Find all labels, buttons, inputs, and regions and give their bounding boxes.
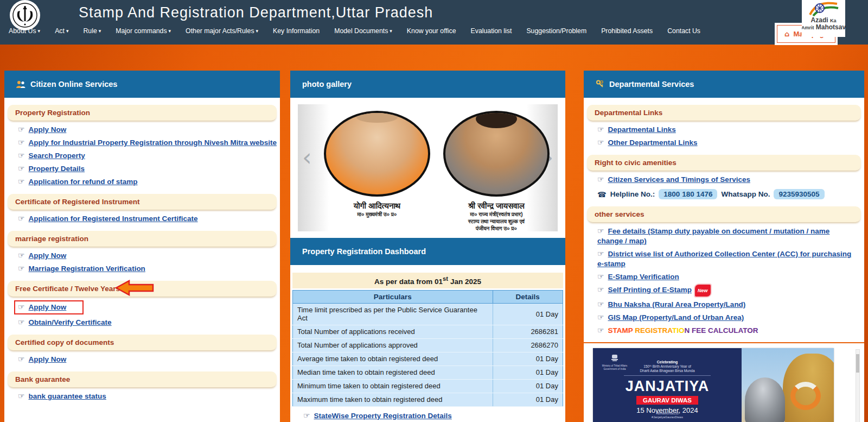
table-row: Average time taken to obtain registered … — [293, 352, 563, 366]
link-statewise-property-registration-details[interactable]: ☞StateWise Property Registration Details — [303, 411, 565, 420]
link-obtain-verify-certificate[interactable]: ☞Obtain/Verify Certificate — [18, 317, 280, 327]
pointer-icon: ☞ — [18, 177, 25, 186]
link-estamp-verification[interactable]: ☞E-Stamp Verification — [597, 272, 864, 282]
nav-rule[interactable]: Rule▾ — [83, 27, 101, 35]
pointer-icon: ☞ — [18, 355, 25, 363]
chevron-down-icon: ▾ — [66, 28, 69, 34]
nav-act[interactable]: Act▾ — [55, 27, 68, 35]
link-apply-now-free-certificate[interactable]: ☞Apply Now — [18, 300, 280, 314]
chevron-down-icon: ▾ — [99, 28, 101, 34]
section-certificate-registered-instrument: Certificate of Registered Instrument — [8, 194, 277, 210]
banner-zone: Ministry of Tribal Affairs Government of… — [584, 348, 864, 422]
banner-title: JANJATIYA — [593, 378, 742, 395]
pointer-icon: ☞ — [18, 214, 25, 223]
link-gis-map[interactable]: ☞GIS Map (Property/Land of Urban Area) — [597, 312, 864, 323]
chevron-down-icon: ▾ — [390, 28, 392, 34]
citizen-online-services-panel: Citizen Online Services Property Registr… — [4, 71, 280, 422]
nav-know-your-office[interactable]: Know your office — [407, 27, 456, 35]
up-emblem-icon — [12, 3, 37, 28]
link-stamp-registration-fee-calculator[interactable]: ☞STAMP REGISTRATION FEE CALCULATOR — [597, 325, 864, 336]
azadi-flag-icon — [808, 1, 839, 17]
link-apply-now-property[interactable]: ☞Apply Now — [18, 124, 280, 135]
pointer-icon: ☞ — [18, 264, 25, 273]
section-free-certificate-twelve-years: Free Certificate / Twelve Years — [8, 281, 277, 297]
link-search-property[interactable]: ☞Search Property — [18, 150, 280, 161]
nav-other-acts-rules[interactable]: Other major Acts/Rules▾ — [186, 27, 258, 35]
table-row: Maximum time taken to obtain registered … — [293, 393, 563, 406]
link-citizen-services-timings[interactable]: ☞Citizen Services and Timings of Service… — [597, 174, 864, 185]
link-district-wise-acc-list[interactable]: ☞District wise list of Authorized Collec… — [597, 249, 857, 269]
link-self-printing-estamp[interactable]: ☞Self Printing of E-StampNew — [597, 285, 864, 297]
helpline-row: ☎ Helpline No.: 1800 180 1476 Whatsapp N… — [597, 189, 864, 199]
phone-icon: ☎ — [597, 190, 607, 199]
ministry-emblem: Ministry of Tribal Affairs Government of… — [598, 354, 631, 370]
link-property-details[interactable]: ☞Property Details — [18, 163, 280, 174]
helpline-label: Helpline No.: — [610, 190, 655, 198]
scrollbar-thumb[interactable] — [856, 354, 859, 373]
banner-scrollbar[interactable] — [856, 349, 860, 422]
azadi-amrit-mahotsav-logo: Azadi Ka Amrit Mahotsav — [802, 0, 845, 37]
caption-yogi-adityanath: योगी आदित्यनाथ मा० मुख्यमंत्री उ० प्र० — [320, 201, 435, 218]
helpline-number-badge: 1800 180 1476 — [659, 189, 717, 199]
panel-title: Citizen Online Services — [30, 80, 117, 89]
table-row: Total Number of applications received268… — [293, 325, 563, 338]
pointer-icon: ☞ — [18, 151, 25, 160]
table-row: Median time taken to obtain registered d… — [293, 366, 563, 379]
pointer-icon: ☞ — [18, 392, 25, 400]
pointer-icon: ☞ — [597, 125, 604, 134]
photo-gallery-carousel: ‹ › योगी आदित्यनाथ मा० मुख्यमंत्री उ० प्… — [298, 104, 558, 231]
nav-evaluation-list[interactable]: Evaluation list — [471, 27, 512, 35]
nav-suggestion-problem[interactable]: Suggestion/Problem — [526, 27, 586, 35]
nav-model-documents[interactable]: Model Documents▾ — [334, 27, 392, 35]
pointer-icon: ☞ — [18, 251, 25, 260]
link-fee-details[interactable]: ☞Fee details (Stamp duty payable on docu… — [597, 226, 857, 246]
table-row: Time limit prescribed as per the Public … — [293, 303, 563, 325]
nav-prohibited-assets[interactable]: Prohibited Assets — [601, 27, 653, 35]
section-marriage-registration: marriage registration — [8, 231, 277, 247]
chevron-down-icon: ▾ — [256, 28, 259, 34]
pointer-icon: ☞ — [18, 164, 25, 173]
chevron-down-icon: ▾ — [169, 28, 171, 34]
annotation-arrow-icon — [115, 280, 154, 296]
panel-title: photo gallery — [302, 80, 352, 89]
photo-gallery-header: photo gallery — [290, 71, 565, 98]
property-registration-dashboard-header: Property Registration Dashboard — [290, 238, 565, 265]
chevron-down-icon: ▾ — [38, 28, 41, 34]
nav-about-us[interactable]: About Us▾ — [9, 27, 40, 35]
nav-contact-us[interactable]: Contact Us — [667, 27, 700, 35]
link-application-refund-stamp[interactable]: ☞Application for refund of stamp — [18, 177, 280, 187]
pointer-icon: ☞ — [18, 303, 25, 311]
pointer-icon: ☞ — [597, 249, 604, 258]
citizens-icon — [16, 80, 25, 89]
link-marriage-registration-verification[interactable]: ☞Marriage Registration Verification — [18, 263, 280, 274]
pm-modi-image — [745, 377, 785, 422]
dashboard-table: As per data from 01st Jan 2025 Particula… — [292, 273, 563, 407]
pointer-icon: ☞ — [597, 272, 604, 281]
link-apply-now-certified-copy[interactable]: ☞Apply Now — [18, 354, 280, 364]
column-header-particulars: Particulars — [293, 290, 493, 303]
section-other-services: other services — [587, 206, 861, 222]
pointer-icon: ☞ — [597, 175, 604, 184]
link-apply-now-marriage[interactable]: ☞Apply Now — [18, 250, 280, 261]
column-header-details: Details — [493, 290, 563, 303]
pointer-icon: ☞ — [18, 138, 25, 147]
banner-photo — [742, 348, 834, 422]
carousel-previous-button[interactable]: ‹ — [302, 147, 312, 168]
link-bank-guarantee-status[interactable]: ☞bank guarantee status — [18, 391, 280, 401]
header-bar: Stamp And Registration Department,Uttar … — [0, 0, 868, 45]
section-bank-guarantee: Bank guarantee — [8, 371, 277, 387]
link-other-departmental-links[interactable]: ☞Other Departmental Links — [597, 137, 864, 148]
link-application-registered-instrument-certificate[interactable]: ☞Application for Registered Instrument C… — [18, 213, 280, 224]
garland-image — [790, 382, 821, 410]
link-departmental-links[interactable]: ☞Departmental Links — [597, 124, 864, 135]
pointer-icon: ☞ — [597, 300, 604, 308]
citizen-online-services-header: Citizen Online Services — [4, 71, 280, 98]
main-navigation: About Us▾ Act▾ Rule▾ Major commands▾ Oth… — [9, 27, 700, 35]
table-row: Minimum time taken to obtain registered … — [293, 379, 563, 393]
link-industrial-property-nivesh-mitra[interactable]: ☞Apply for Industrial Property Registrat… — [18, 137, 280, 148]
nav-major-commands[interactable]: Major commands▾ — [116, 27, 171, 35]
banner-subtitle: 150ᵗʰ Birth Anniversary Year ofDharti Aa… — [624, 364, 711, 376]
nav-key-information[interactable]: Key Information — [273, 27, 320, 35]
link-bhu-naksha[interactable]: ☞Bhu Naksha (Rural Area Property/Land) — [597, 299, 864, 310]
pointer-icon: ☞ — [303, 411, 310, 420]
